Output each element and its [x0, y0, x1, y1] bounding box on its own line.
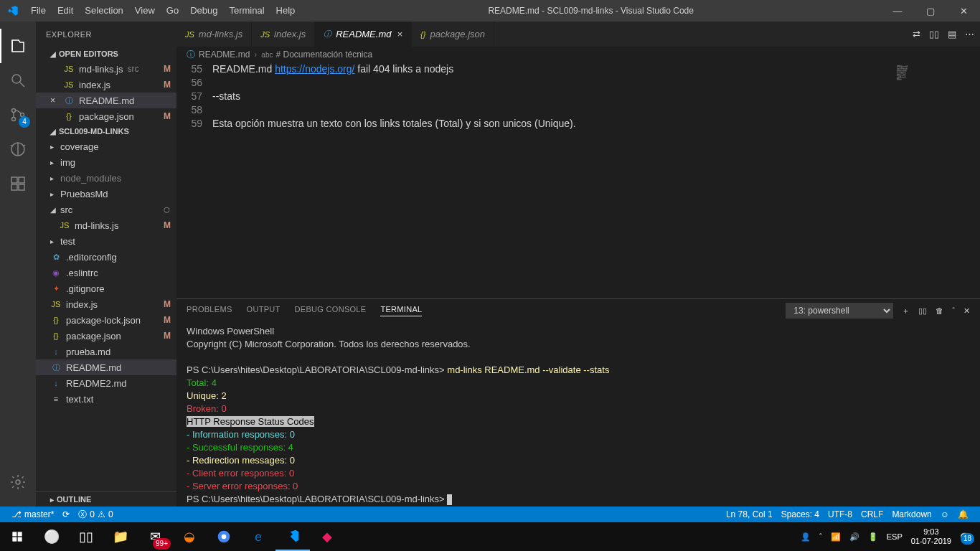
close-button[interactable]: ✕	[947, 0, 980, 22]
menu-file[interactable]: File	[25, 0, 52, 22]
scm-icon[interactable]: 4	[0, 98, 36, 132]
file-item[interactable]: JSindex.jsM	[36, 296, 176, 312]
editor-tab[interactable]: {}package.json	[412, 22, 494, 47]
open-editors-section[interactable]: ◢OPEN EDITORS	[36, 47, 176, 61]
new-terminal-icon[interactable]: ＋	[902, 306, 910, 316]
folder-item[interactable]: ▸coverage	[36, 138, 176, 154]
file-name: text.txt	[66, 394, 93, 405]
close-panel-icon[interactable]: ✕	[963, 306, 970, 316]
vscode-taskbar-icon[interactable]	[275, 522, 310, 551]
file-item[interactable]: ↓README2.md	[36, 375, 176, 391]
problems-status[interactable]: ⓧ0 ⚠0	[74, 509, 117, 521]
outline-section[interactable]: ▸OUTLINE	[36, 491, 176, 507]
open-editor-item[interactable]: JSmd-links.jssrcM	[36, 61, 176, 77]
file-name: md-links.js	[75, 220, 118, 231]
kill-terminal-icon[interactable]: 🗑	[936, 306, 943, 315]
menu-go[interactable]: Go	[161, 0, 184, 22]
clock[interactable]: 9:0301-07-2019	[911, 527, 951, 546]
terminal-output[interactable]: Windows PowerShell Copyright (C) Microso…	[176, 322, 980, 507]
file-item[interactable]: JSmd-links.jsM	[36, 217, 176, 233]
menu-edit[interactable]: Edit	[52, 0, 79, 22]
task-view-icon[interactable]: ▯▯	[69, 522, 103, 551]
eol[interactable]: CRLF	[857, 509, 887, 519]
terminal-selector[interactable]: 13: powershell	[786, 303, 893, 319]
split-terminal-icon[interactable]: ▯▯	[918, 306, 927, 316]
folder-item[interactable]: ▸PruebasMd	[36, 186, 176, 202]
mail-icon[interactable]: ✉99+	[138, 522, 172, 551]
sync-button[interactable]: ⟳	[58, 509, 74, 519]
people-icon[interactable]: 👤	[801, 532, 811, 542]
menu-view[interactable]: View	[129, 0, 161, 22]
file-item[interactable]: ↓prueba.md	[36, 344, 176, 359]
file-item[interactable]: ⓘREADME.md	[36, 359, 176, 375]
cursor-position[interactable]: Ln 78, Col 1	[722, 509, 777, 519]
tab-label: package.json	[430, 29, 485, 39]
keyboard-lang[interactable]: ESP	[887, 532, 903, 541]
start-button[interactable]	[0, 522, 34, 551]
editor-tab[interactable]: ⓘREADME.md×	[315, 22, 412, 47]
panel-tab-output[interactable]: OUTPUT	[247, 305, 281, 316]
folder-item[interactable]: ▸node_modules	[36, 170, 176, 186]
folder-item[interactable]: ▸img	[36, 154, 176, 170]
terminal-line: Unique: 2	[187, 390, 970, 402]
minimap[interactable]: ████▇▆▅▇█▆▅▇█▇▆▅▇██▇▆▅▇██▆▅▇█▇▆▅██▇▆▅▇█▆…	[894, 62, 980, 298]
open-editor-item[interactable]: JSindex.jsM	[36, 77, 176, 93]
compare-changes-icon[interactable]: ⇄	[913, 29, 920, 39]
notifications-icon[interactable]: 🔔	[953, 509, 973, 519]
file-item[interactable]: ◉.eslintrc	[36, 265, 176, 281]
feedback-icon[interactable]: ☺	[936, 509, 953, 519]
editor-tab[interactable]: JSmd-links.js	[176, 22, 252, 47]
tab-label: index.js	[274, 29, 306, 39]
folder-item[interactable]: ◢src○	[36, 202, 176, 217]
tray-up-icon[interactable]: ˆ	[819, 532, 822, 541]
menu-selection[interactable]: Selection	[79, 0, 128, 22]
minimize-button[interactable]: ―	[881, 0, 914, 22]
preview-icon[interactable]: ▤	[948, 29, 956, 39]
chrome-icon[interactable]	[207, 522, 241, 551]
language-mode[interactable]: Markdown	[887, 509, 936, 519]
menu-terminal[interactable]: Terminal	[223, 0, 270, 22]
file-item[interactable]: {}package-lock.jsonM	[36, 312, 176, 328]
folder-item[interactable]: ▸test	[36, 233, 176, 249]
breadcrumb[interactable]: ⓘ README.md › abc # Documentación técnic…	[176, 47, 980, 62]
editor-tab[interactable]: JSindex.js	[252, 22, 315, 47]
file-explorer-icon[interactable]: 📁	[103, 522, 138, 551]
action-center-icon[interactable]: 💬18	[960, 532, 970, 542]
menu-help[interactable]: Help	[270, 0, 301, 22]
edge-icon[interactable]: ｅ	[241, 522, 275, 551]
file-item[interactable]: ✦.gitignore	[36, 281, 176, 296]
explorer-icon[interactable]	[0, 29, 36, 63]
app-icon[interactable]: ◆	[310, 522, 344, 551]
panel-tab-terminal[interactable]: TERMINAL	[380, 305, 422, 316]
file-item[interactable]: ✿.editorconfig	[36, 249, 176, 265]
close-editor-icon[interactable]: ×	[50, 95, 60, 105]
more-actions-icon[interactable]: ⋯	[965, 29, 974, 39]
project-section[interactable]: ◢SCL009-MD-LINKS	[36, 124, 176, 138]
file-name: .eslintrc	[66, 268, 98, 278]
maximize-panel-icon[interactable]: ˆ	[952, 306, 955, 315]
cortana-search-icon[interactable]: ⚪	[34, 522, 69, 551]
wifi-icon[interactable]: 📶	[831, 532, 841, 542]
git-branch[interactable]: ⎇master*	[7, 509, 58, 519]
panel-tab-problems[interactable]: PROBLEMS	[187, 305, 232, 316]
indentation[interactable]: Spaces: 4	[777, 509, 824, 519]
menu-debug[interactable]: Debug	[184, 0, 223, 22]
maximize-button[interactable]: ▢	[914, 0, 947, 22]
file-item[interactable]: ≡text.txt	[36, 391, 176, 407]
battery-icon[interactable]: 🔋	[868, 532, 878, 542]
open-editor-item[interactable]: ×ⓘREADME.md	[36, 93, 176, 108]
open-editor-item[interactable]: {}package.jsonM	[36, 108, 176, 124]
file-item[interactable]: {}package.jsonM	[36, 328, 176, 344]
debug-icon[interactable]	[0, 132, 36, 166]
extensions-icon[interactable]	[0, 166, 36, 201]
search-icon[interactable]	[0, 63, 36, 98]
volume-icon[interactable]: 🔊	[849, 532, 859, 542]
code-editor[interactable]: 5556575859 README.md https://nodejs.org/…	[176, 62, 980, 298]
settings-gear-icon[interactable]	[0, 465, 36, 499]
panel-tab-debug-console[interactable]: DEBUG CONSOLE	[295, 305, 367, 316]
close-tab-icon[interactable]: ×	[397, 29, 402, 39]
encoding[interactable]: UTF-8	[824, 509, 857, 519]
avast-icon[interactable]: ◒	[172, 522, 207, 551]
svg-line-8	[24, 145, 25, 146]
split-editor-icon[interactable]: ▯▯	[929, 29, 939, 39]
